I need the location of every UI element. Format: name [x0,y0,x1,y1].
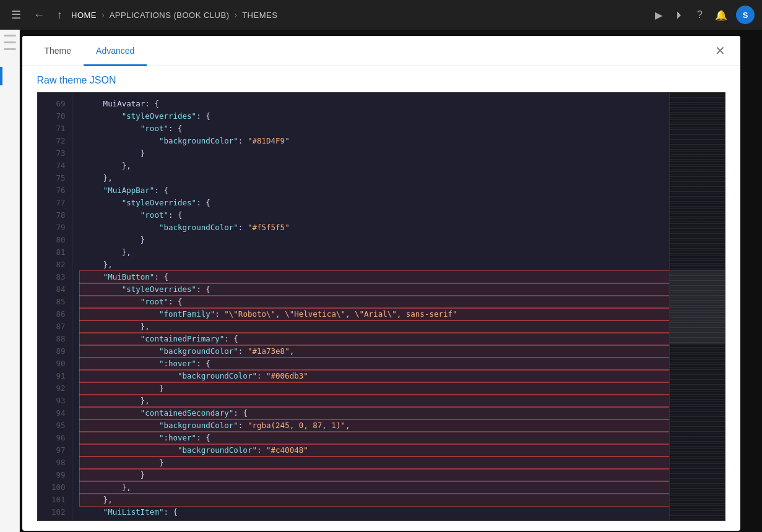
play2-icon[interactable]: ⏵ [671,7,688,23]
code-line: "styleOverrides": { [80,518,669,520]
code-line: }, [80,320,669,333]
help-icon[interactable]: ? [693,7,706,23]
code-line: }, [80,481,669,494]
line-number: 72 [38,135,72,147]
sidebar-dots [4,35,16,36]
code-line: "backgroundColor": "#c40048" [80,444,669,457]
bell-icon[interactable]: 🔔 [711,7,731,24]
code-line: "MuiAppBar": { [80,184,669,197]
code-line: "root": { [80,296,669,308]
back-icon[interactable]: ← [30,6,48,24]
themes-breadcrumb[interactable]: THEMES [242,11,277,20]
line-number: 85 [38,296,72,308]
code-line: }, [80,494,669,506]
app-breadcrumb[interactable]: APPLICATIONS (BOOK CLUB) [110,11,230,20]
sidebar-dots-2 [4,41,16,43]
separator-1: › [102,10,105,20]
line-number: 69 [38,98,72,110]
nav-right-actions: ▶ ⏵ ? 🔔 S [651,6,755,24]
line-number: 93 [38,395,72,407]
line-number: 81 [38,246,72,259]
code-line: "backgroundColor": "#f5f5f5" [80,221,669,234]
line-number: 82 [38,259,72,271]
user-avatar[interactable]: S [736,6,755,24]
code-line: "containedPrimary": { [80,333,669,345]
sidebar-dots-3 [4,48,16,50]
code-content[interactable]: MuiAvatar: { "styleOverrides": { "root":… [72,93,669,520]
line-number: 83 [38,271,72,283]
modal-tabs: Theme Advanced ✕ [22,36,740,66]
line-number: 79 [38,221,72,234]
separator-2: › [234,10,237,20]
code-line: }, [80,259,669,271]
code-line: }, [80,246,669,259]
code-line: "root": { [80,122,669,135]
line-number: 73 [38,147,72,160]
code-line: "containedSecondary": { [80,407,669,419]
code-line: MuiAvatar: { [80,98,669,110]
line-number: 74 [38,160,72,172]
line-number: 70 [38,110,72,122]
hamburger-icon[interactable]: ☰ [7,6,25,24]
line-number: 103 [38,518,72,521]
code-editor[interactable]: 6970717273747576777879808182838485868788… [37,92,725,521]
line-number: 92 [38,382,72,395]
line-numbers: 6970717273747576777879808182838485868788… [38,93,72,520]
tab-advanced[interactable]: Advanced [84,36,147,66]
code-line: }, [80,395,669,407]
modal-body: Raw theme JSON 6970717273747576777879808… [22,66,740,531]
play-icon[interactable]: ▶ [651,7,666,24]
line-number: 91 [38,370,72,382]
line-number: 86 [38,308,72,320]
line-number: 76 [38,184,72,197]
section-title: Raw theme JSON [22,66,740,92]
line-number: 87 [38,320,72,333]
line-number: 94 [38,407,72,419]
section-title-plain: Raw theme JSO [37,75,109,85]
line-number: 97 [38,444,72,457]
line-number: 71 [38,122,72,135]
line-number: 96 [38,432,72,444]
code-line: "backgroundColor": "#81D4F9" [80,135,669,147]
section-title-highlight: N [109,75,116,85]
line-number: 84 [38,283,72,296]
code-line: } [80,382,669,395]
minimap [669,93,725,520]
code-line: ":hover": { [80,358,669,370]
line-number: 101 [38,494,72,506]
sidebar-active-indicator [0,67,2,85]
modal-container: Theme Advanced ✕ Raw theme JSON 69707172… [22,36,740,531]
code-line: "backgroundColor": "#1a73e8", [80,345,669,358]
code-line: }, [80,160,669,172]
code-line: "root": { [80,209,669,221]
line-number: 75 [38,172,72,184]
left-sidebar [0,30,20,532]
code-line: } [80,147,669,160]
line-number: 90 [38,358,72,370]
code-line: "backgroundColor": "#006db3" [80,370,669,382]
up-icon[interactable]: ↑ [53,6,66,24]
code-line: "MuiButton": { [80,271,669,283]
line-number: 100 [38,481,72,494]
code-line: } [80,457,669,469]
line-number: 89 [38,345,72,358]
line-number: 99 [38,469,72,481]
modal-overlay: Theme Advanced ✕ Raw theme JSON 69707172… [0,30,762,532]
code-line: "backgroundColor": "rgba(245, 0, 87, 1)"… [80,419,669,432]
line-number: 80 [38,234,72,246]
code-line: "styleOverrides": { [80,283,669,296]
code-line: }, [80,172,669,184]
code-line: "fontFamily": "\"Roboto\", \"Helvetica\"… [80,308,669,320]
tab-theme[interactable]: Theme [32,36,84,66]
code-line: "MuiListItem": { [80,506,669,518]
code-line: } [80,234,669,246]
modal-close-button[interactable]: ✕ [710,40,730,62]
code-line: "styleOverrides": { [80,197,669,209]
code-line: } [80,469,669,481]
minimap-viewport[interactable] [670,270,725,344]
home-breadcrumb[interactable]: HOME [71,11,97,20]
line-number: 77 [38,197,72,209]
line-number: 88 [38,333,72,345]
code-line: ":hover": { [80,432,669,444]
code-line: "styleOverrides": { [80,110,669,122]
